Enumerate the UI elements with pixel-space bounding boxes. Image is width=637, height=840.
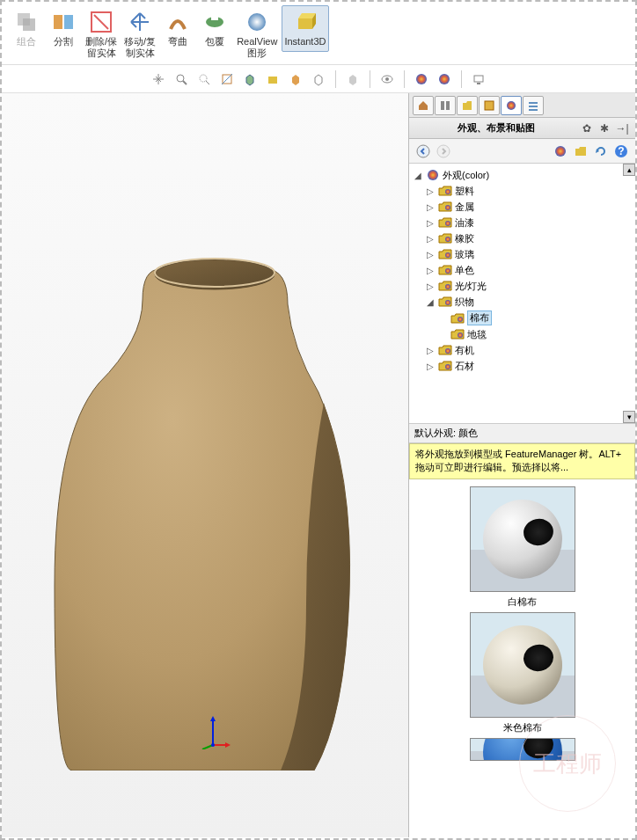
appearance-button[interactable]: [412, 69, 431, 89]
tree-category[interactable]: ▷有机: [413, 342, 632, 358]
split-icon: [51, 10, 76, 34]
triad-axes: [195, 714, 231, 749]
expand-icon[interactable]: ▷: [425, 361, 436, 371]
tab-file[interactable]: [457, 96, 478, 115]
svg-point-44: [428, 170, 438, 180]
shaded-button[interactable]: [343, 69, 362, 89]
separator: [404, 70, 405, 88]
tree-category[interactable]: ▷油漆: [413, 215, 632, 230]
svg-point-10: [177, 75, 184, 82]
expand-icon[interactable]: ▷: [425, 345, 436, 355]
collapse-icon[interactable]: ◢: [413, 170, 423, 180]
tab-custom-props[interactable]: [523, 96, 544, 115]
display-style-button[interactable]: [286, 69, 305, 89]
viewport-3d[interactable]: [2, 93, 408, 837]
svg-point-34: [507, 101, 516, 110]
combine-button[interactable]: 组合: [9, 5, 44, 52]
expand-icon[interactable]: ▷: [425, 281, 436, 291]
scene-button[interactable]: [435, 69, 454, 89]
svg-point-55: [445, 348, 450, 354]
help-icon[interactable]: ?: [612, 142, 630, 160]
task-pane-tabs: [409, 93, 635, 118]
zoom-area-button[interactable]: [172, 69, 191, 89]
expand-icon[interactable]: ▷: [425, 249, 436, 259]
refresh-icon[interactable]: [592, 142, 610, 160]
tab-library[interactable]: [435, 96, 456, 115]
preview-item[interactable]: 白棉布: [470, 486, 575, 609]
tree-category[interactable]: ▷金属: [413, 199, 632, 215]
svg-rect-37: [529, 109, 538, 111]
wrap-button[interactable]: 包覆: [197, 5, 232, 52]
expand-icon[interactable]: ▷: [425, 217, 436, 228]
separator: [461, 70, 462, 88]
tree-item[interactable]: 棉布: [413, 310, 632, 326]
tree-item[interactable]: 地毯: [413, 326, 632, 342]
pin-icon[interactable]: ✱: [597, 121, 612, 136]
svg-text:?: ?: [618, 145, 624, 157]
svg-line-5: [94, 15, 108, 29]
combine-icon: [14, 10, 39, 34]
view-cube-button[interactable]: [240, 69, 260, 89]
delete-keep-button[interactable]: 删除/保 留实体: [83, 5, 120, 63]
svg-rect-36: [529, 106, 538, 107]
tree-category[interactable]: ◢织物: [413, 294, 632, 310]
svg-rect-33: [485, 101, 494, 110]
svg-point-12: [200, 75, 207, 82]
tab-home[interactable]: [413, 96, 434, 115]
zoom-fit-button[interactable]: [149, 69, 168, 89]
expand-icon[interactable]: ◢: [425, 296, 436, 307]
separator: [335, 70, 336, 88]
back-button[interactable]: [414, 142, 432, 160]
realview-button[interactable]: RealView 图形: [234, 5, 280, 63]
svg-point-8: [248, 13, 266, 31]
bend-button[interactable]: 弯曲: [160, 5, 195, 52]
appearance-tree[interactable]: ◢ 外观(color) ▷塑料▷金属▷油漆▷橡胶▷玻璃▷单色▷光/灯光◢织物棉布…: [409, 164, 635, 424]
tree-category[interactable]: ▷石材: [413, 358, 632, 374]
tree-category[interactable]: ▷玻璃: [413, 246, 632, 262]
svg-point-23: [155, 259, 275, 289]
hide-show-button[interactable]: [377, 69, 397, 89]
view-normal-button[interactable]: [263, 69, 282, 89]
svg-point-38: [417, 145, 429, 157]
tree-category[interactable]: ▷橡胶: [413, 230, 632, 246]
screen-button[interactable]: [469, 69, 488, 89]
svg-point-52: [445, 300, 450, 305]
appearance-sphere-icon: [426, 168, 440, 182]
expand-icon[interactable]: ▷: [425, 201, 436, 212]
instant3d-button[interactable]: Instant3D: [282, 5, 328, 52]
tree-category[interactable]: ▷塑料: [413, 183, 632, 199]
tab-view-palette[interactable]: [479, 96, 500, 115]
svg-point-39: [437, 145, 450, 157]
expand-icon[interactable]: ▷: [425, 233, 436, 244]
open-folder-icon[interactable]: [572, 142, 589, 160]
tab-appearance[interactable]: [501, 96, 522, 115]
tree-root[interactable]: ◢ 外观(color): [413, 167, 632, 183]
wrap-icon: [202, 10, 227, 34]
scroll-up-button[interactable]: ▴: [623, 164, 635, 176]
svg-point-51: [445, 284, 450, 289]
expand-icon[interactable]: →|: [614, 121, 630, 136]
svg-point-30: [211, 743, 215, 747]
appearance-filter-icon[interactable]: [552, 142, 569, 160]
display-dropdown-button[interactable]: [309, 69, 328, 89]
gear-icon[interactable]: ✿: [579, 121, 595, 136]
preview-area[interactable]: 白棉布米色棉布: [409, 479, 635, 837]
svg-point-56: [445, 364, 450, 369]
preview-item[interactable]: 米色棉布: [470, 612, 575, 734]
tree-category[interactable]: ▷光/灯光: [413, 278, 632, 294]
svg-rect-1: [23, 18, 35, 31]
move-copy-button[interactable]: 移动/复 制实体: [121, 5, 158, 63]
svg-point-47: [445, 221, 450, 226]
section-view-button[interactable]: [217, 69, 237, 89]
panel-title-text: 外观、布景和贴图: [414, 121, 577, 135]
svg-point-54: [458, 332, 463, 338]
expand-icon[interactable]: ▷: [425, 265, 436, 275]
expand-icon[interactable]: ▷: [425, 186, 436, 196]
forward-button[interactable]: [435, 142, 452, 160]
prev-view-button[interactable]: [194, 69, 214, 89]
tree-category[interactable]: ▷单色: [413, 262, 632, 278]
preview-label: 米色棉布: [470, 721, 575, 734]
scroll-down-button[interactable]: ▾: [623, 411, 635, 423]
split-button[interactable]: 分割: [46, 5, 81, 52]
separator: [370, 70, 370, 88]
